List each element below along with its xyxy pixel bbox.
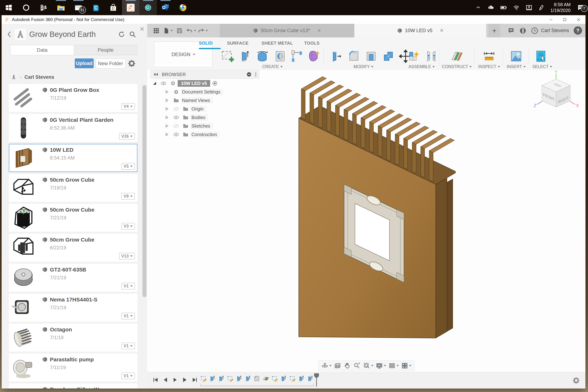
redo-icon[interactable] (197, 24, 208, 38)
new-folder-button[interactable]: New Folder (96, 58, 126, 68)
undo-icon[interactable] (185, 24, 197, 38)
panel-settings-gear-icon[interactable] (127, 59, 136, 68)
group-label-construct[interactable]: CONSTRUCT (442, 64, 472, 69)
timeline-feature-fillet[interactable] (254, 374, 260, 382)
microsoft-store-icon[interactable] (104, 0, 122, 15)
group-label-create[interactable]: CREATE (262, 64, 282, 69)
pen-icon[interactable] (538, 4, 546, 12)
upload-button[interactable]: Upload (75, 58, 94, 68)
fit-zoom-tool[interactable] (363, 362, 373, 369)
insert-button[interactable] (508, 48, 524, 64)
extrude-button[interactable] (237, 48, 253, 64)
outlook-icon[interactable] (157, 0, 174, 15)
ribbon-tab-tools[interactable]: TOOLS (304, 41, 320, 46)
look-at-tool[interactable] (334, 362, 341, 369)
tab-data[interactable]: Data (10, 45, 74, 55)
shell-button[interactable] (363, 48, 379, 64)
start-button-icon[interactable] (0, 0, 18, 15)
data-panel-close-icon[interactable]: ✕ (140, 26, 145, 32)
item-version-dropdown[interactable]: V1 (122, 372, 135, 379)
item-version-dropdown[interactable]: V13 (119, 253, 135, 260)
battery-icon[interactable] (500, 4, 508, 12)
timeline-feature-sketch[interactable] (271, 374, 278, 382)
timeline-feature-extrude[interactable] (218, 374, 224, 382)
browser-resize-handle[interactable] (255, 72, 256, 77)
project-item-card[interactable]: Nema 17HS4401-S 7/21/19 V1 (9, 294, 138, 322)
joint-button[interactable] (423, 48, 439, 64)
tab-close-icon[interactable]: ✕ (440, 28, 444, 34)
heatsink-led-model[interactable] (292, 76, 456, 344)
breadcrumb-user[interactable]: Carl Stevens (24, 74, 54, 80)
timeline-skip-start-button[interactable] (152, 375, 159, 384)
timeline-step-forward-button[interactable] (181, 375, 188, 384)
item-version-dropdown[interactable]: V4 (122, 103, 135, 110)
create-sketch-button[interactable] (220, 48, 236, 64)
expand-icon[interactable] (165, 90, 169, 94)
refresh-icon[interactable] (118, 30, 126, 38)
user-menu[interactable]: Carl Stevens (541, 24, 569, 38)
project-item-card[interactable]: GT2-60T-635B 7/21/19 V1 (9, 264, 138, 292)
file-explorer-icon[interactable] (52, 0, 70, 15)
project-item-card[interactable]: Octagon 7/1/19 V1 (9, 324, 138, 352)
group-label-insert[interactable]: INSERT (507, 64, 526, 69)
project-item-card[interactable]: 0G Plant Grow Box 7/12/19 V4 (9, 84, 138, 112)
visibility-eye-icon[interactable] (174, 132, 179, 136)
tab-people[interactable]: People (74, 45, 138, 55)
document-tab-inactive[interactable]: 50cm Grow Cube v13* ✕ (220, 24, 354, 38)
mail-icon[interactable]: 31 (70, 0, 87, 15)
timeline-feature-plane[interactable] (262, 374, 269, 382)
browser-root-row[interactable]: 10W LED v5 (150, 79, 259, 87)
orbit-tool[interactable] (321, 362, 332, 369)
collapse-browser-icon[interactable] (153, 72, 158, 76)
revolve-button[interactable] (254, 48, 270, 64)
document-tab-active[interactable]: 10W LED v5 ✕ (354, 24, 486, 38)
window-titlebar[interactable]: Autodesk Fusion 360 (Personal - Not for … (2, 15, 586, 24)
item-version-dropdown[interactable]: V1 (122, 313, 135, 320)
timeline-feature-extrude[interactable] (236, 374, 242, 382)
ribbon-tab-surface[interactable]: SURFACE (227, 41, 248, 46)
timeline-feature-extrude[interactable] (209, 374, 216, 382)
project-logo-icon[interactable] (15, 29, 26, 40)
fillet-button[interactable] (346, 48, 362, 64)
viewport-canvas[interactable]: BROWSER 10W LED v5 Document Settings (147, 70, 586, 372)
combine-button[interactable] (380, 48, 396, 64)
visibility-off-icon[interactable] (174, 107, 179, 111)
new-component-button[interactable] (406, 48, 422, 64)
fusion360-taskbar-icon[interactable]: 360 (122, 0, 140, 15)
timeline-feature-sketch[interactable] (289, 374, 296, 382)
data-panel-scrollbar[interactable] (142, 85, 146, 297)
help-button[interactable]: ? (574, 26, 582, 35)
comments-icon[interactable] (506, 24, 516, 38)
timeline-feature-extrude[interactable] (280, 374, 287, 382)
hole-button[interactable] (272, 48, 288, 64)
ribbon-tab-solid[interactable]: SOLID (199, 41, 213, 46)
browser-tree-row[interactable]: Document Settings (150, 88, 259, 96)
file-menu-icon[interactable] (162, 24, 174, 38)
timeline-step-back-button[interactable] (162, 375, 169, 384)
project-item-card[interactable]: 50cm Grow Cube 7/19/19 V9 (9, 174, 138, 202)
tab-close-icon[interactable]: ✕ (317, 28, 321, 34)
measure-button[interactable] (481, 48, 497, 64)
cortana-icon[interactable] (18, 0, 35, 15)
expand-icon[interactable] (165, 107, 169, 111)
viewports-tool[interactable] (401, 362, 412, 369)
browser-tree-row[interactable]: Construction (150, 130, 259, 138)
browser-tree-row[interactable]: Named Views (150, 96, 259, 104)
browser-root-label[interactable]: 10W LED v5 (178, 80, 210, 87)
browser-tree-row[interactable]: Origin (150, 105, 259, 113)
project-item-card[interactable]: 50cm Grow Cube 8/22/19 V13 (9, 234, 138, 262)
item-version-dropdown[interactable]: V1 (122, 343, 135, 349)
activate-component-radio-icon[interactable] (212, 80, 218, 86)
project-item-card[interactable]: Parastaltic pump 7/11/19 V1 (9, 354, 138, 382)
group-label-inspect[interactable]: INSPECT (478, 64, 500, 69)
expand-icon[interactable] (165, 132, 169, 136)
item-version-dropdown[interactable]: V26 (119, 133, 135, 140)
job-status-clock-icon[interactable] (529, 24, 540, 38)
item-version-dropdown[interactable]: V1 (122, 283, 135, 290)
arduino-icon[interactable] (140, 0, 157, 15)
back-chevron-icon[interactable] (7, 31, 12, 38)
visibility-eye-icon[interactable] (161, 81, 166, 85)
chrome-icon[interactable] (174, 0, 192, 15)
view-cube[interactable]: Y Z X TOP FRONT RIGHT (533, 70, 580, 112)
visibility-off-icon[interactable] (174, 124, 179, 128)
